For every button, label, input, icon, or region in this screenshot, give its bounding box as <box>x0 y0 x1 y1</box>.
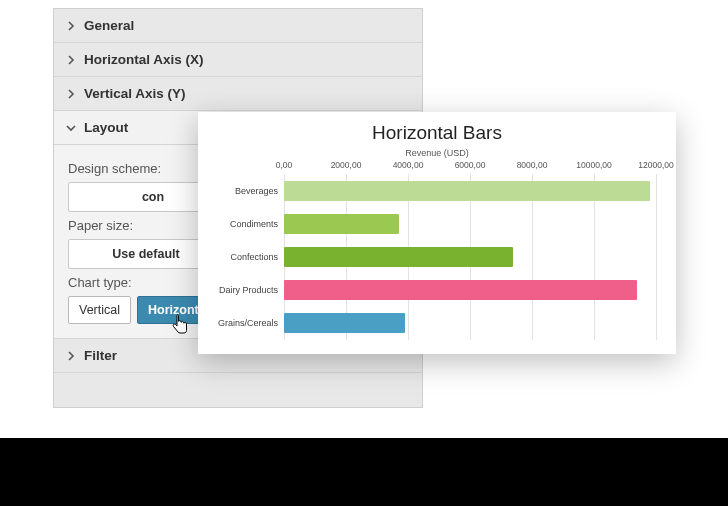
bar-category-label: Condiments <box>230 219 284 229</box>
chart-preview: Horizontal Bars Revenue (USD) 0,002000,0… <box>198 112 676 354</box>
chart-type-vertical-button[interactable]: Vertical <box>68 296 131 324</box>
section-vertical-axis[interactable]: Vertical Axis (Y) <box>54 77 422 111</box>
chart-axis-title: Revenue (USD) <box>214 148 660 158</box>
section-label: Horizontal Axis (X) <box>84 52 204 67</box>
axis-tick: 4000,00 <box>393 160 424 170</box>
bar <box>284 313 405 333</box>
bar-row: Grains/Cereals <box>284 307 656 340</box>
axis-tick: 2000,00 <box>331 160 362 170</box>
chart-plot: 0,002000,004000,006000,008000,0010000,00… <box>284 160 656 340</box>
design-scheme-value: con <box>142 190 164 204</box>
bar-category-label: Grains/Cereals <box>218 318 284 328</box>
section-general[interactable]: General <box>54 9 422 43</box>
section-label: Layout <box>84 120 128 135</box>
bar-row: Beverages <box>284 174 656 207</box>
bar <box>284 247 513 267</box>
chevron-down-icon <box>66 123 76 133</box>
axis-tick: 12000,00 <box>638 160 673 170</box>
axis-tick: 6000,00 <box>455 160 486 170</box>
bar <box>284 214 399 234</box>
section-horizontal-axis[interactable]: Horizontal Axis (X) <box>54 43 422 77</box>
axis-tick: 8000,00 <box>517 160 548 170</box>
section-label: Vertical Axis (Y) <box>84 86 186 101</box>
black-strip <box>0 438 728 506</box>
bar-row: Condiments <box>284 207 656 240</box>
bar-category-label: Confections <box>230 252 284 262</box>
chevron-right-icon <box>66 89 76 99</box>
chart-title: Horizontal Bars <box>214 122 660 144</box>
axis-tick: 0,00 <box>276 160 293 170</box>
chevron-right-icon <box>66 351 76 361</box>
bar-category-label: Beverages <box>235 186 284 196</box>
axis-tick: 10000,00 <box>576 160 611 170</box>
bar <box>284 181 650 201</box>
gridline <box>656 174 657 340</box>
bar-row: Dairy Products <box>284 274 656 307</box>
section-label: Filter <box>84 348 117 363</box>
chevron-right-icon <box>66 55 76 65</box>
bar-category-label: Dairy Products <box>219 285 284 295</box>
section-label: General <box>84 18 134 33</box>
bar-row: Confections <box>284 240 656 273</box>
bar <box>284 280 637 300</box>
chevron-right-icon <box>66 21 76 31</box>
